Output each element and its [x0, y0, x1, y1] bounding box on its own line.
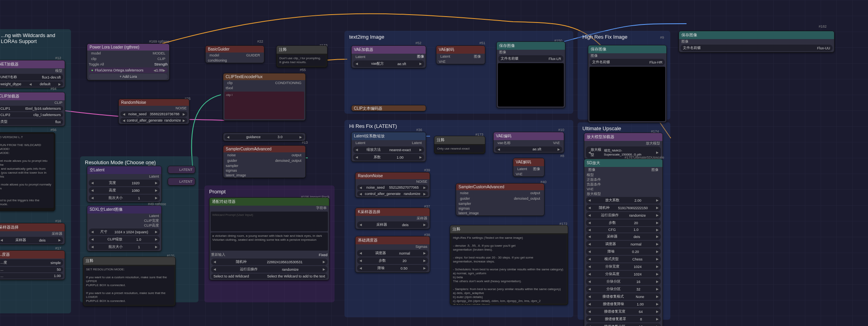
node-header[interactable]: NET加载器	[0, 60, 65, 68]
node-note-2[interactable]: 注释 Only use nearest-exact	[434, 136, 485, 154]
node-latent-pass1[interactable]: LATENT	[168, 166, 195, 174]
widget-sampler[interactable]: ◀采样器deis▶	[357, 221, 428, 228]
widget-lora-row[interactable]: ● Flux\Jenna Ortega.safetensors ◀1.00▶	[89, 67, 168, 73]
node-header[interactable]: 保存图像	[588, 45, 666, 53]
node-header[interactable]: CLIP文本编码器	[352, 105, 426, 111]
node-header[interactable]: VAE加载器	[352, 46, 426, 54]
node-basic-sched[interactable]: 基础调度器 Sigmas ◀调度器normal▶ ◀步数20▶ ◀降噪0.50▶	[355, 236, 430, 273]
add-lora-button[interactable]: + Add Lora	[89, 74, 168, 79]
slot-out[interactable]: CLIP高度	[87, 223, 161, 228]
widget-sampler[interactable]: ◀采样器deis▶	[0, 237, 63, 244]
widget-ctrl[interactable]: ◀control_after_generaterandomize▶	[120, 118, 187, 123]
widget-filename[interactable]: 文件名前缀Flux-HR	[590, 59, 665, 66]
widget-denoise[interactable]: ◀降噪0.50▶	[357, 265, 428, 272]
slot-out[interactable]: 字符串	[210, 206, 329, 210]
node-basic-guider[interactable]: BasicGuider modelGUIDER conditioning	[205, 45, 264, 63]
slot-in[interactable]: sampler	[223, 163, 305, 168]
widget-sched[interactable]: ◀调度器normal▶	[357, 250, 428, 257]
widget-clip1[interactable]: CLIP1t5xxl_fp16.safetensors	[0, 106, 63, 111]
widget-b[interactable]: ◀批次大小1▶	[89, 195, 160, 201]
node-header[interactable]: 保存图像	[679, 31, 834, 39]
node-header[interactable]: 注释	[450, 225, 568, 233]
node-header[interactable]: 采样器选择	[0, 223, 65, 231]
node-header[interactable]: VAE解码	[513, 158, 544, 166]
slot-in[interactable]: 图像	[588, 53, 666, 58]
node-sampler-adv-1[interactable]: SamplerCustomAdvanced noiseoutput guider…	[223, 145, 306, 178]
node-header[interactable]: RandomNoise	[355, 172, 430, 179]
widget-vae[interactable]: ◀vae配方ae.sft▶	[353, 60, 424, 67]
widget-filename[interactable]: 文件名前缀Flux-UU	[681, 45, 832, 51]
slot-out[interactable]: Latent	[87, 174, 161, 179]
node-header[interactable]: 注释	[434, 136, 485, 144]
slot-in[interactable]: guider	[225, 158, 237, 163]
node-sdxl-latent[interactable]: SDXL空Latent图像 Latent CLIP宽度 CLIP高度 ◀尺寸10…	[87, 205, 162, 251]
slot-in[interactable]: t5xxl	[223, 86, 305, 90]
widget-clip-type[interactable]: 类型flux	[0, 118, 63, 125]
node-random-noise-1[interactable]: RandomNoise NOISE ◀noise_seed35882281973…	[118, 99, 189, 124]
widget-unet-name[interactable]: UNET名称flux1-dev.sft	[0, 74, 63, 81]
slot-in[interactable]: model	[89, 51, 101, 56]
widget-vae-name[interactable]: ◀ae.sft▶	[495, 146, 562, 152]
widget-seed[interactable]: ◀noise_seed358822819736788▶	[120, 111, 187, 117]
node-note-res[interactable]: 注释 SET RESOLUTION MODE: If you want to u…	[83, 257, 176, 306]
node-header[interactable]: SDXL空Latent图像	[87, 206, 161, 214]
widget-h[interactable]: ◀高度1080▶	[89, 187, 160, 194]
node-vae-encode[interactable]: VAE编码 vae名称VAE ◀ae.sft▶	[493, 132, 564, 153]
widget-after[interactable]: ◀运行后操作randomize▶	[211, 266, 327, 273]
node-wildcard[interactable]: 通配符处理器 字符串 Wildcard Prompt (User Input) …	[209, 197, 329, 280]
node-clip-loader[interactable]: CLIP加载器 CLIP CLIP1t5xxl_fp16.safetensors…	[0, 92, 65, 126]
slot-in[interactable]: model	[207, 53, 219, 58]
node-random-noise-2[interactable]: RandomNoise NOISE ◀noise_seed55212852707…	[355, 172, 430, 198]
widget-w[interactable]: ◀宽度1920▶	[89, 180, 160, 186]
node-unet-loader[interactable]: NET加载器 模型 UNET名称flux1-dev.sft weight_dty…	[0, 60, 65, 88]
node-power-lora[interactable]: Power Lora Loader (rgthree) modelMODEL c…	[87, 43, 170, 81]
slot-out[interactable]: MODEL	[153, 51, 168, 56]
node-header[interactable]: BasicGuider	[206, 46, 264, 52]
node-clip-encode[interactable]: CLIPTextEncodeFlux clipCONDITIONING t5xx…	[223, 73, 306, 121]
widget-weight-dtype[interactable]: weight_dtype◀default▶	[0, 81, 63, 87]
node-clip-text-enc[interactable]: CLIP文本编码器	[351, 105, 426, 111]
slot-out[interactable]: denoised_output	[275, 158, 304, 163]
node-sd-upscale[interactable]: SD放大 图像图像 模型 正面条件 负面条件 VAE 放大模型 ◀放大系数2.0…	[584, 159, 663, 326]
node-header[interactable]: 注释	[83, 257, 175, 265]
node-save-2[interactable]: 保存图像 图像 文件名前缀Flux-HR	[588, 45, 667, 123]
widget-sched3[interactable]: ...1.00	[0, 273, 63, 279]
slot-in[interactable]: noise	[225, 153, 236, 157]
node-note-hr[interactable]: 注释 High-Res Fix settings (Tested on the …	[450, 225, 568, 305]
slot-out[interactable]: Latent	[87, 214, 161, 218]
slot-in[interactable]: 图像	[497, 50, 565, 54]
widget-sched2[interactable]: ...50	[0, 267, 63, 272]
wildcard-select-row[interactable]: Select to add WildcardSelect the Wildcar…	[211, 274, 327, 279]
slot-in[interactable]: clip	[89, 56, 97, 61]
wildcard-input[interactable]: Wildcard Prompt (User Input)	[211, 212, 328, 231]
slot-in[interactable]: clip	[225, 81, 233, 85]
slot-in[interactable]: conditioning	[206, 58, 264, 63]
widget-scale[interactable]: ◀CLIP缩放1.0▶	[89, 236, 160, 243]
node-header[interactable]: 放大模型加载器	[584, 133, 662, 141]
node-save-3[interactable]: 保存图像 图像 文件名前缀Flux-UU	[679, 31, 834, 52]
node-note-1[interactable]: 注释 Don't use clip_l for prompting. It gi…	[276, 45, 327, 67]
widget-clip2[interactable]: CLIP2clip_l.safetensors	[0, 112, 63, 118]
slot-in[interactable]: sigmas	[223, 168, 305, 173]
slot-out[interactable]: GUIDER	[246, 53, 262, 58]
slot-out[interactable]: LATENT	[168, 178, 195, 185]
widget-steps[interactable]: ◀步数20▶	[357, 257, 428, 264]
slot-out[interactable]: output	[292, 153, 304, 157]
widget-size[interactable]: ◀尺寸1024 x 1024 (square)▶	[89, 229, 160, 235]
slot-in[interactable]: 图像	[679, 39, 834, 44]
node-header[interactable]: K采样器选择	[355, 208, 430, 216]
slot-out[interactable]: 模型	[0, 68, 65, 73]
node-header[interactable]: CLIP加载器	[0, 92, 65, 100]
node-header[interactable]: SamplerCustomAdvanced	[456, 184, 544, 190]
slot-out[interactable]: NOISE	[119, 106, 189, 111]
node-save-1[interactable]: 保存图像 图像 文件名前缀Flux-LR	[496, 41, 565, 108]
node-header[interactable]: Latent按系数缩放	[352, 132, 426, 140]
slot-out[interactable]: CLIP	[157, 56, 168, 61]
node-latent-pass2[interactable]: LATENT	[168, 178, 195, 185]
node-header[interactable]: 空Latent	[87, 166, 161, 174]
clip-text[interactable]: clip l	[224, 92, 304, 119]
node-header[interactable]: VAE编码	[494, 132, 564, 140]
node-header[interactable]: VAE解码	[436, 46, 485, 54]
slot-out[interactable]: NOISE	[355, 179, 430, 184]
node-header[interactable]: RandomNoise	[119, 99, 189, 106]
